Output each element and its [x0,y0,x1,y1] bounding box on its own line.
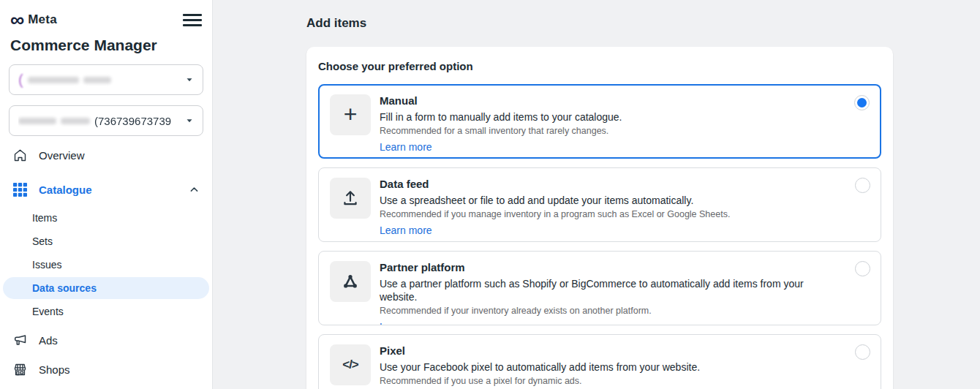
sidebar: ∞ Meta Commerce Manager ( (736739673739 … [0,0,213,389]
option-manual[interactable]: + Manual Fill in a form to manually add … [318,84,881,159]
sidebar-item-label: Catalogue [39,184,92,196]
learn-more-link[interactable]: Learn more [380,224,432,237]
chevron-up-icon[interactable] [186,184,202,195]
option-title: Manual [380,94,622,107]
add-items-card: Choose your preferred option + Manual Fi… [306,47,893,389]
sidebar-item-label: Shops [39,363,70,376]
sidebar-item-issues[interactable]: Issues [3,254,209,276]
option-data-feed[interactable]: Data feed Use a spreadsheet or file to a… [318,167,881,242]
option-pixel[interactable]: </> Pixel Use your Facebook pixel to aut… [318,334,881,389]
redacted-text [83,77,111,83]
option-title: Data feed [380,178,730,191]
learn-more-link[interactable]: Learn more [380,320,432,325]
option-title: Pixel [380,344,700,358]
learn-more-link[interactable]: Learn more [380,140,432,154]
card-title: Choose your preferred option [318,60,881,72]
sidebar-item-items[interactable]: Items [3,207,209,229]
main-content: Add items Choose your preferred option +… [213,0,980,389]
option-recommendation: Recommended for a small inventory that r… [380,126,622,137]
option-recommendation: Recommended if you manage inventory in a… [380,209,730,220]
sidebar-item-shops[interactable]: Shops [0,358,212,381]
redacted-text [28,77,79,83]
redacted-text [18,118,56,124]
option-description: Fill in a form to manually add items to … [380,110,622,124]
radio-partner-platform[interactable] [855,261,870,276]
home-icon [12,148,28,163]
caret-down-icon [185,75,194,84]
option-title: Partner platform [380,261,818,274]
meta-infinity-icon: ∞ [10,12,24,27]
option-description: Use a spreadsheet or file to add and upd… [380,194,730,207]
radio-pixel[interactable] [855,344,870,360]
sidebar-item-ads[interactable]: Ads [0,328,212,352]
code-icon: </> [330,344,371,385]
radio-data-feed[interactable] [855,178,870,193]
upload-icon [330,178,371,219]
shop-selector-dropdown[interactable]: ( [9,64,203,95]
sidebar-item-overview[interactable]: Overview [0,143,212,167]
storefront-icon [12,362,28,377]
hamburger-menu-icon[interactable] [183,10,202,31]
brand-row: ∞ Meta [0,9,212,31]
option-recommendation: Recommended if your inventory already ex… [380,306,818,317]
sidebar-item-label: Ads [39,334,58,347]
sidebar-item-catalogue[interactable]: Catalogue [0,178,212,201]
option-recommendation: Recommended if you use a pixel for dynam… [380,376,700,387]
brand-name: Meta [28,12,57,27]
option-description: Use your Facebook pixel to automatically… [380,360,700,374]
partner-platform-icon [330,261,371,302]
caret-down-icon [185,116,194,125]
sidebar-item-label: Overview [39,149,85,162]
option-description: Use a partner platform such as Shopify o… [380,277,818,303]
radio-manual[interactable] [854,95,870,110]
sidebar-item-events[interactable]: Events [3,301,209,322]
redacted-text [61,118,90,124]
catalogue-sub-list: Items Sets Issues Data sources Events [0,207,212,322]
catalogue-id-text: (736739673739 [94,115,171,127]
meta-logo[interactable]: ∞ Meta [10,12,57,27]
sidebar-item-sets[interactable]: Sets [3,230,209,252]
option-partner-platform[interactable]: Partner platform Use a partner platform … [318,251,881,325]
redacted-text: ( [18,72,23,88]
grid-icon [12,183,28,197]
page-title: Add items [306,16,893,31]
sidebar-item-data-sources[interactable]: Data sources [3,277,209,299]
plus-icon: + [330,94,371,135]
catalogue-selector-dropdown[interactable]: (736739673739 [9,105,203,136]
app-title: Commerce Manager [0,31,212,54]
megaphone-icon [12,333,28,348]
